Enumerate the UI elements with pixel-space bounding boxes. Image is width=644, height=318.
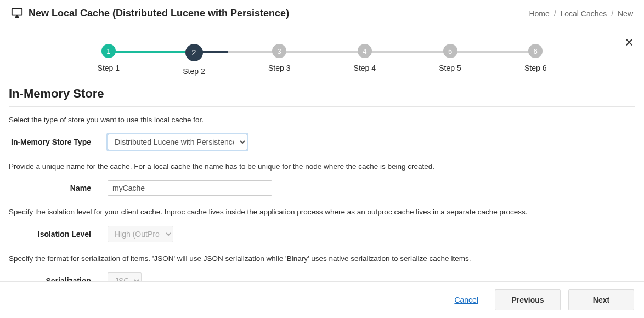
- wizard-content: 1Step 12Step 23Step 34Step 45Step 56Step…: [0, 27, 644, 289]
- store-type-desc: Select the type of store you want to use…: [0, 116, 644, 124]
- step-circle: 6: [528, 44, 543, 58]
- cancel-link[interactable]: Cancel: [454, 296, 478, 304]
- step-label: Step 2: [183, 67, 205, 76]
- isolation-label: Isolation Level: [9, 230, 108, 238]
- name-input[interactable]: [108, 180, 272, 196]
- step-circle: 1: [101, 44, 116, 58]
- step-label: Step 3: [268, 64, 290, 72]
- step-4[interactable]: 4Step 4: [322, 44, 408, 72]
- store-type-label: In-Memory Store Type: [9, 138, 108, 146]
- isolation-select: High (OutProc): [108, 226, 173, 242]
- breadcrumb-current: New: [618, 9, 633, 18]
- page-header: New Local Cache (Distributed Lucene with…: [0, 0, 644, 27]
- name-desc: Provide a unique name for the cache. For…: [0, 162, 644, 171]
- isolation-desc: Specify the isolation level for your cli…: [0, 208, 644, 216]
- wizard-footer: Cancel Previous Next: [0, 281, 644, 318]
- step-6[interactable]: 6Step 6: [493, 44, 578, 72]
- step-1[interactable]: 1Step 1: [66, 44, 151, 72]
- step-circle: 4: [358, 44, 372, 58]
- step-3[interactable]: 3Step 3: [236, 44, 322, 72]
- step-label: Step 1: [98, 64, 120, 72]
- step-circle: 2: [185, 44, 203, 61]
- breadcrumb-local-caches[interactable]: Local Caches: [560, 9, 607, 18]
- svg-rect-0: [12, 9, 22, 15]
- stepper: 1Step 12Step 23Step 34Step 45Step 56Step…: [0, 27, 644, 87]
- monitor-icon: [11, 7, 23, 20]
- step-2[interactable]: 2Step 2: [151, 44, 237, 76]
- next-button[interactable]: Next: [568, 289, 634, 310]
- breadcrumb-home[interactable]: Home: [529, 9, 549, 18]
- step-circle: 5: [443, 44, 457, 58]
- page-title: New Local Cache (Distributed Lucene with…: [29, 8, 289, 19]
- name-label: Name: [9, 184, 108, 192]
- serialization-desc: Specify the format for serialization of …: [0, 254, 644, 263]
- step-label: Step 5: [439, 64, 461, 72]
- breadcrumb: Home / Local Caches / New: [529, 9, 633, 18]
- divider: [9, 106, 635, 107]
- section-title: In-Memory Store: [0, 87, 644, 106]
- step-label: Step 4: [354, 64, 376, 72]
- step-circle: 3: [272, 44, 286, 58]
- store-type-select[interactable]: Distributed Lucene with Persistence: [108, 134, 247, 150]
- previous-button[interactable]: Previous: [495, 289, 561, 310]
- step-5[interactable]: 5Step 5: [408, 44, 493, 72]
- step-label: Step 6: [524, 64, 546, 72]
